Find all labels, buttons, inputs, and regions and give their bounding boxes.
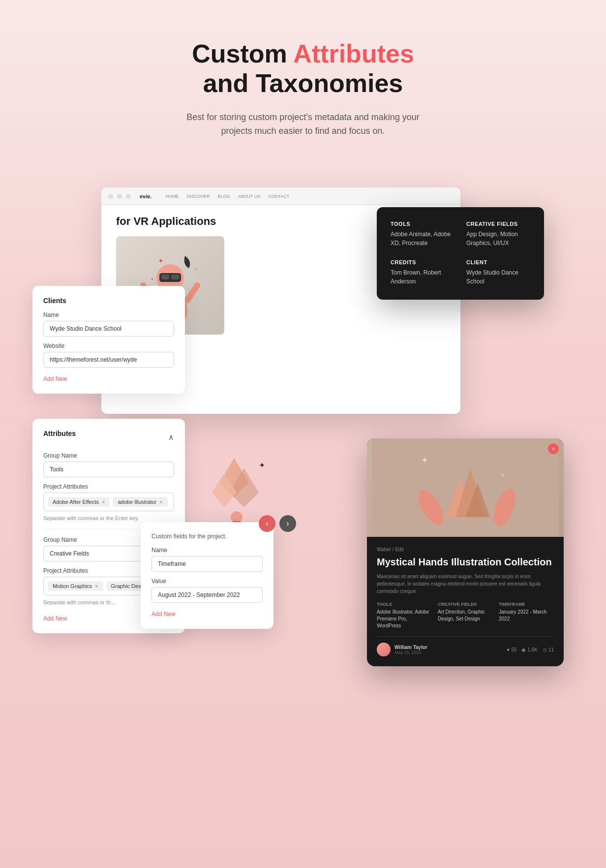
attributes-card-header: Attributes ∧ bbox=[43, 430, 174, 444]
credits-value: Tom Brown, Robert Anderson bbox=[391, 268, 454, 286]
project-author: William Taylor May 25, 2022 bbox=[377, 643, 427, 656]
project-creative-label: CREATIVE FIELDS bbox=[438, 602, 493, 607]
project-card-dark: × ✦ ✦ ✦ Waber / Edit bbox=[367, 438, 564, 666]
browser-nav: HOME DISCOVER BLOG ABOUT US CONTACT bbox=[165, 194, 289, 199]
website-input[interactable] bbox=[43, 352, 174, 368]
clients-add-new-link[interactable]: Add New bbox=[43, 375, 67, 382]
tag-remove-icon[interactable]: × bbox=[102, 499, 105, 505]
project-tools-label: TOOLS bbox=[377, 602, 432, 607]
chevron-up-icon[interactable]: ∧ bbox=[168, 433, 174, 442]
client-value: Wyde Studio Dance School bbox=[466, 268, 530, 286]
svg-text:✦: ✦ bbox=[158, 257, 164, 265]
cf-name-label: Name bbox=[152, 547, 263, 554]
project-card-meta: Waber / Edit bbox=[377, 547, 554, 552]
project-timeframe-value: January 2022 - March 2022 bbox=[499, 609, 554, 622]
client-label: CLIENT bbox=[466, 259, 530, 265]
dark-info-card: TOOLS Adobe Animate, Adobe XD, Procreate… bbox=[377, 207, 544, 300]
browser-dot-yellow bbox=[117, 194, 122, 199]
project-card-footer: William Taylor May 25, 2022 ♥ 55 ◉ 1.6K … bbox=[377, 636, 554, 656]
group1-name-input[interactable] bbox=[43, 462, 174, 477]
cf-add-new-link[interactable]: Add New bbox=[152, 611, 176, 618]
author-date: May 25, 2022 bbox=[394, 650, 427, 655]
browser-dot-green bbox=[126, 194, 131, 199]
project-tools-col: TOOLS Adobe Illustrator, Adobe Premiere … bbox=[377, 602, 432, 629]
nav-arrow-right[interactable]: › bbox=[279, 515, 296, 532]
nav-about[interactable]: ABOUT US bbox=[238, 194, 261, 199]
tag-adobe-after-effects[interactable]: Adobe After Effects × bbox=[48, 497, 110, 507]
tag-motion-graphics[interactable]: Motion Graphics × bbox=[48, 581, 103, 591]
attributes-group1: Group Name Project Attributes Adobe Afte… bbox=[43, 452, 174, 521]
attributes-add-new-link[interactable]: Add New bbox=[43, 615, 67, 622]
page-title: Custom Attributes and Taxonomies bbox=[175, 39, 431, 98]
svg-text:✦: ✦ bbox=[421, 455, 428, 465]
nav-blog[interactable]: BLOG bbox=[217, 194, 230, 199]
title-normal2: and Taxonomies bbox=[203, 69, 403, 97]
credits-label: CREDITS bbox=[391, 259, 454, 265]
svg-text:✦: ✦ bbox=[151, 277, 154, 281]
custom-fields-card: Custom fields for the project. Name Valu… bbox=[141, 522, 273, 629]
browser-dot-red bbox=[108, 194, 113, 199]
project-illustration-svg: ✦ ✦ ✦ bbox=[372, 438, 559, 537]
project-card-top: × ✦ ✦ ✦ bbox=[367, 438, 564, 537]
svg-line-6 bbox=[187, 285, 197, 300]
browser-bar: evie. HOME DISCOVER BLOG ABOUT US CONTAC… bbox=[101, 187, 460, 205]
attributes-title: Attributes bbox=[43, 430, 76, 437]
author-avatar bbox=[377, 643, 391, 656]
svg-text:✦: ✦ bbox=[259, 461, 265, 469]
nav-home[interactable]: HOME bbox=[165, 194, 179, 199]
tag-remove-icon[interactable]: × bbox=[159, 499, 162, 505]
project-card-desc: Maecenas sit amet aliquam euismod augue.… bbox=[377, 573, 554, 595]
group1-tags-container: Adobe After Effects × adobe Illustrator … bbox=[43, 493, 174, 511]
tag-label: Adobe After Effects bbox=[53, 499, 99, 505]
project-timeframe-label: TIMEFRAME bbox=[499, 602, 554, 607]
creative-fields-section: CREATIVE FIELDS App Design, Motion Graph… bbox=[466, 221, 530, 248]
project-creative-col: CREATIVE FIELDS Art Direction, Graphic D… bbox=[438, 602, 493, 629]
tools-section: TOOLS Adobe Animate, Adobe XD, Procreate bbox=[391, 221, 454, 248]
creative-fields-value: App Design, Motion Graphics, UI/UX bbox=[466, 230, 530, 248]
stat-views: ◉ 1.6K bbox=[521, 647, 538, 652]
project-tools-value: Adobe Illustrator, Adobe Premiere Pro, W… bbox=[377, 609, 432, 629]
project-card-grid: TOOLS Adobe Illustrator, Adobe Premiere … bbox=[377, 602, 554, 629]
nav-contact[interactable]: CONTACT bbox=[268, 194, 289, 199]
tag-remove-icon[interactable]: × bbox=[95, 583, 98, 589]
svg-rect-3 bbox=[161, 275, 169, 279]
page-wrapper: Custom Attributes and Taxonomies Best fo… bbox=[0, 0, 606, 868]
svg-text:✦: ✦ bbox=[529, 454, 533, 459]
cf-value-input[interactable] bbox=[152, 587, 263, 603]
nav-arrows: ‹ › bbox=[259, 515, 296, 532]
title-normal: Custom bbox=[192, 39, 293, 68]
project-timeframe-col: TIMEFRAME January 2022 - March 2022 bbox=[499, 602, 554, 629]
nav-arrow-left[interactable]: ‹ bbox=[259, 515, 275, 532]
credits-section: CREDITS Tom Brown, Robert Anderson bbox=[391, 259, 454, 286]
project-stats: ♥ 55 ◉ 1.6K ◷ 11 bbox=[507, 647, 554, 652]
author-info: William Taylor May 25, 2022 bbox=[394, 645, 427, 655]
header-subtitle: Best for storing custom project's metada… bbox=[175, 110, 431, 139]
tools-value: Adobe Animate, Adobe XD, Procreate bbox=[391, 230, 454, 248]
title-highlight: Attributes bbox=[293, 39, 414, 68]
name-label: Name bbox=[43, 311, 174, 318]
svg-text:✦: ✦ bbox=[194, 266, 198, 272]
name-input[interactable] bbox=[43, 321, 174, 337]
nav-discover[interactable]: DISCOVER bbox=[186, 194, 210, 199]
svg-text:✦: ✦ bbox=[500, 471, 506, 479]
scene-container: evie. HOME DISCOVER BLOG ABOUT US CONTAC… bbox=[32, 178, 574, 650]
group1-attributes-label: Project Attributes bbox=[43, 483, 174, 490]
client-section: CLIENT Wyde Studio Dance School bbox=[466, 259, 530, 286]
tag-adobe-illustrator[interactable]: adobe Illustrator × bbox=[113, 497, 167, 507]
header-section: Custom Attributes and Taxonomies Best fo… bbox=[175, 39, 431, 138]
author-name: William Taylor bbox=[394, 645, 427, 650]
cf-value-label: Value bbox=[152, 578, 263, 585]
stat-likes: ♥ 55 bbox=[507, 647, 516, 652]
creative-fields-label: CREATIVE FIELDS bbox=[466, 221, 530, 227]
cf-name-input[interactable] bbox=[152, 556, 263, 572]
project-creative-value: Art Direction, Graphic Design, Set Desig… bbox=[438, 609, 493, 622]
browser-logo: evie. bbox=[140, 193, 152, 199]
stat-comments: ◷ 11 bbox=[543, 647, 554, 652]
group1-hint: Separate with commas or the Enter key. bbox=[43, 515, 174, 521]
website-label: Website bbox=[43, 342, 174, 349]
tag-label: adobe Illustrator bbox=[118, 499, 156, 505]
custom-fields-description: Custom fields for the project. bbox=[152, 533, 263, 540]
clients-card-title: Clients bbox=[43, 297, 174, 305]
group1-name-label: Group Name bbox=[43, 452, 174, 459]
project-card-body: Waber / Edit Mystical Hands Illustration… bbox=[367, 537, 564, 666]
